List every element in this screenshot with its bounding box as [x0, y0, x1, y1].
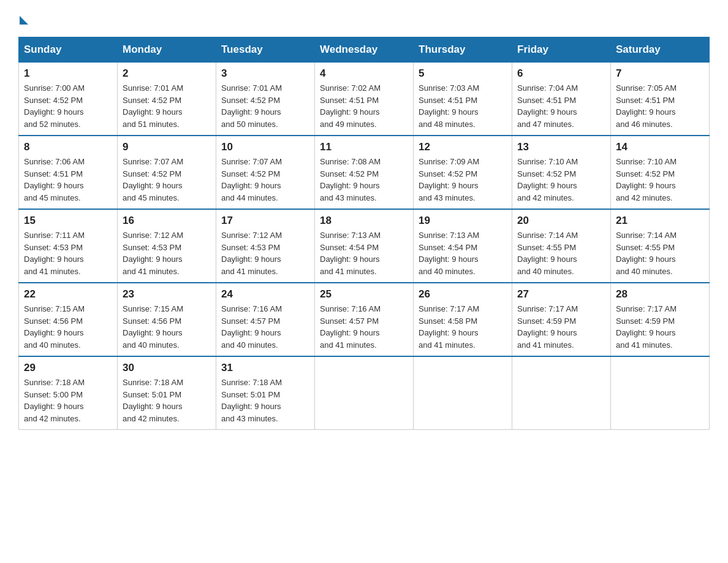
calendar-week-row: 29 Sunrise: 7:18 AM Sunset: 5:00 PM Dayl…	[19, 356, 710, 430]
day-number: 17	[221, 215, 309, 227]
daylight-minutes: and 42 minutes.	[24, 414, 81, 423]
daylight-minutes: and 42 minutes.	[616, 193, 673, 202]
day-info: Sunrise: 7:06 AM Sunset: 4:51 PM Dayligh…	[24, 156, 112, 204]
daylight-label: Daylight: 9 hours	[616, 107, 676, 117]
daylight-minutes: and 40 minutes.	[24, 340, 81, 350]
day-info: Sunrise: 7:08 AM Sunset: 4:52 PM Dayligh…	[320, 156, 408, 204]
calendar-day-cell: 25 Sunrise: 7:16 AM Sunset: 4:57 PM Dayl…	[315, 283, 414, 356]
day-number: 3	[221, 67, 309, 80]
daylight-label: Daylight: 9 hours	[320, 107, 380, 117]
daylight-minutes: and 41 minutes.	[320, 267, 377, 276]
calendar-day-cell: 21 Sunrise: 7:14 AM Sunset: 4:55 PM Dayl…	[611, 209, 710, 283]
sunrise-label: Sunrise: 7:18 AM	[123, 378, 183, 387]
sunrise-label: Sunrise: 7:14 AM	[517, 231, 578, 240]
day-number: 28	[616, 288, 704, 301]
calendar-day-cell: 18 Sunrise: 7:13 AM Sunset: 4:54 PM Dayl…	[315, 209, 414, 283]
day-info: Sunrise: 7:00 AM Sunset: 4:52 PM Dayligh…	[24, 82, 112, 130]
daylight-label: Daylight: 9 hours	[320, 328, 380, 337]
day-number: 18	[320, 215, 408, 227]
day-number: 16	[123, 215, 211, 227]
day-info: Sunrise: 7:16 AM Sunset: 4:57 PM Dayligh…	[221, 303, 309, 351]
day-info: Sunrise: 7:17 AM Sunset: 4:59 PM Dayligh…	[517, 303, 605, 351]
sunset-label: Sunset: 4:56 PM	[24, 316, 83, 326]
calendar-day-cell: 27 Sunrise: 7:17 AM Sunset: 4:59 PM Dayl…	[512, 283, 611, 356]
sunset-label: Sunset: 5:01 PM	[123, 390, 181, 399]
sunset-label: Sunset: 4:55 PM	[616, 243, 675, 252]
daylight-label: Daylight: 9 hours	[221, 402, 281, 411]
day-number: 23	[123, 288, 211, 301]
daylight-label: Daylight: 9 hours	[517, 107, 577, 117]
day-number: 22	[24, 288, 112, 301]
sunrise-label: Sunrise: 7:17 AM	[616, 304, 677, 313]
day-info: Sunrise: 7:01 AM Sunset: 4:52 PM Dayligh…	[221, 82, 309, 130]
daylight-minutes: and 47 minutes.	[517, 120, 574, 129]
daylight-label: Daylight: 9 hours	[419, 328, 479, 337]
day-number: 2	[123, 67, 211, 80]
day-number: 26	[419, 288, 507, 301]
daylight-label: Daylight: 9 hours	[320, 181, 380, 190]
calendar-day-cell: 4 Sunrise: 7:02 AM Sunset: 4:51 PM Dayli…	[315, 63, 414, 136]
day-info: Sunrise: 7:03 AM Sunset: 4:51 PM Dayligh…	[419, 82, 507, 130]
daylight-minutes: and 51 minutes.	[123, 120, 180, 129]
daylight-minutes: and 40 minutes.	[616, 267, 673, 276]
calendar-week-row: 15 Sunrise: 7:11 AM Sunset: 4:53 PM Dayl…	[19, 209, 710, 283]
daylight-minutes: and 41 minutes.	[123, 267, 180, 276]
daylight-label: Daylight: 9 hours	[24, 255, 84, 264]
day-number: 5	[419, 67, 507, 80]
calendar-day-cell: 14 Sunrise: 7:10 AM Sunset: 4:52 PM Dayl…	[611, 136, 710, 209]
daylight-minutes: and 42 minutes.	[517, 193, 574, 202]
sunrise-label: Sunrise: 7:03 AM	[419, 83, 479, 93]
day-of-week-header: Thursday	[414, 37, 512, 63]
daylight-label: Daylight: 9 hours	[419, 255, 479, 264]
day-number: 24	[221, 288, 309, 301]
sunrise-label: Sunrise: 7:18 AM	[221, 378, 282, 387]
sunset-label: Sunset: 4:52 PM	[419, 169, 477, 178]
calendar-day-cell: 2 Sunrise: 7:01 AM Sunset: 4:52 PM Dayli…	[118, 63, 216, 136]
daylight-label: Daylight: 9 hours	[221, 255, 281, 264]
day-info: Sunrise: 7:10 AM Sunset: 4:52 PM Dayligh…	[517, 156, 605, 204]
daylight-label: Daylight: 9 hours	[517, 328, 577, 337]
sunrise-label: Sunrise: 7:17 AM	[419, 304, 479, 313]
sunset-label: Sunset: 4:58 PM	[419, 316, 477, 326]
calendar-week-row: 1 Sunrise: 7:00 AM Sunset: 4:52 PM Dayli…	[19, 63, 710, 136]
daylight-label: Daylight: 9 hours	[517, 181, 577, 190]
daylight-minutes: and 41 minutes.	[419, 340, 476, 350]
calendar-day-cell: 19 Sunrise: 7:13 AM Sunset: 4:54 PM Dayl…	[414, 209, 512, 283]
sunrise-label: Sunrise: 7:12 AM	[221, 231, 282, 240]
sunset-label: Sunset: 4:52 PM	[320, 169, 379, 178]
sunset-label: Sunset: 4:57 PM	[221, 316, 280, 326]
day-info: Sunrise: 7:17 AM Sunset: 4:59 PM Dayligh…	[616, 303, 704, 351]
daylight-label: Daylight: 9 hours	[517, 255, 577, 264]
day-number: 1	[24, 67, 112, 80]
calendar-day-cell: 22 Sunrise: 7:15 AM Sunset: 4:56 PM Dayl…	[19, 283, 118, 356]
day-info: Sunrise: 7:17 AM Sunset: 4:58 PM Dayligh…	[419, 303, 507, 351]
day-info: Sunrise: 7:05 AM Sunset: 4:51 PM Dayligh…	[616, 82, 704, 130]
calendar-day-cell: 9 Sunrise: 7:07 AM Sunset: 4:52 PM Dayli…	[118, 136, 216, 209]
calendar-day-cell: 11 Sunrise: 7:08 AM Sunset: 4:52 PM Dayl…	[315, 136, 414, 209]
day-info: Sunrise: 7:16 AM Sunset: 4:57 PM Dayligh…	[320, 303, 408, 351]
day-info: Sunrise: 7:14 AM Sunset: 4:55 PM Dayligh…	[517, 229, 605, 277]
day-info: Sunrise: 7:12 AM Sunset: 4:53 PM Dayligh…	[123, 229, 211, 277]
daylight-label: Daylight: 9 hours	[123, 328, 183, 337]
calendar-day-cell: 17 Sunrise: 7:12 AM Sunset: 4:53 PM Dayl…	[216, 209, 315, 283]
calendar-day-cell: 10 Sunrise: 7:07 AM Sunset: 4:52 PM Dayl…	[216, 136, 315, 209]
day-info: Sunrise: 7:07 AM Sunset: 4:52 PM Dayligh…	[221, 156, 309, 204]
day-info: Sunrise: 7:07 AM Sunset: 4:52 PM Dayligh…	[123, 156, 211, 204]
daylight-label: Daylight: 9 hours	[221, 107, 281, 117]
sunrise-label: Sunrise: 7:08 AM	[320, 157, 381, 166]
sunrise-label: Sunrise: 7:16 AM	[221, 304, 282, 313]
daylight-minutes: and 42 minutes.	[123, 414, 180, 423]
calendar-day-cell: 1 Sunrise: 7:00 AM Sunset: 4:52 PM Dayli…	[19, 63, 118, 136]
calendar-day-cell: 24 Sunrise: 7:16 AM Sunset: 4:57 PM Dayl…	[216, 283, 315, 356]
logo-arrow-icon	[20, 16, 28, 25]
sunset-label: Sunset: 4:51 PM	[517, 96, 576, 105]
calendar-day-cell	[512, 356, 611, 430]
daylight-label: Daylight: 9 hours	[616, 181, 676, 190]
sunset-label: Sunset: 4:51 PM	[419, 96, 477, 105]
calendar-day-cell: 15 Sunrise: 7:11 AM Sunset: 4:53 PM Dayl…	[19, 209, 118, 283]
day-of-week-header: Saturday	[611, 37, 710, 63]
daylight-label: Daylight: 9 hours	[24, 402, 84, 411]
daylight-minutes: and 45 minutes.	[123, 193, 180, 202]
sunrise-label: Sunrise: 7:10 AM	[616, 157, 677, 166]
calendar-day-cell: 6 Sunrise: 7:04 AM Sunset: 4:51 PM Dayli…	[512, 63, 611, 136]
